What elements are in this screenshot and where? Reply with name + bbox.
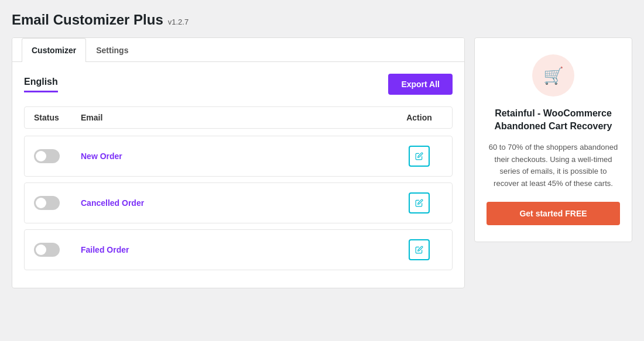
toggle-cancelled-order[interactable] [34, 196, 60, 210]
header-email: Email [81, 113, 396, 122]
left-panel: Customizer Settings English Export All S… [12, 37, 465, 288]
page-title: Email Customizer Plus v1.2.7 [12, 12, 632, 28]
email-row-new-order: New Order [24, 136, 453, 177]
version-badge: v1.2.7 [168, 18, 189, 26]
row-action-cancelled-order [396, 192, 443, 213]
row-action-failed-order [396, 239, 443, 260]
right-sidebar: 🛒 Retainful - WooCommerce Abandoned Cart… [474, 37, 632, 242]
customizer-content: English Export All Status Email Action N… [12, 62, 464, 288]
main-layout: Customizer Settings English Export All S… [12, 37, 632, 288]
page-header: Email Customizer Plus v1.2.7 [12, 12, 632, 28]
tab-settings[interactable]: Settings [86, 38, 138, 62]
edit-button-new-order[interactable] [409, 146, 430, 167]
toggle-failed-order[interactable] [34, 243, 60, 257]
table-header: Status Email Action [24, 106, 453, 129]
get-started-button[interactable]: Get started FREE [487, 202, 620, 225]
email-name-failed-order: Failed Order [81, 245, 396, 254]
email-row-failed-order: Failed Order [24, 229, 453, 270]
row-status-failed-order [34, 243, 81, 257]
pencil-icon [415, 152, 423, 160]
tabs-bar: Customizer Settings [12, 38, 464, 62]
row-action-new-order [396, 146, 443, 167]
edit-button-failed-order[interactable] [409, 239, 430, 260]
cart-icon: 🛒 [543, 66, 564, 85]
toggle-slider-failed-order [34, 243, 60, 257]
header-status: Status [34, 113, 81, 122]
email-name-new-order: New Order [81, 151, 396, 161]
export-all-button[interactable]: Export All [388, 74, 453, 95]
toggle-new-order[interactable] [34, 149, 60, 163]
tab-customizer[interactable]: Customizer [22, 38, 86, 62]
pencil-icon [415, 199, 423, 207]
toggle-slider-new-order [34, 149, 60, 163]
row-status-cancelled-order [34, 196, 81, 210]
row-status-new-order [34, 149, 81, 163]
toggle-slider-cancelled-order [34, 196, 60, 210]
email-row-cancelled-order: Cancelled Order [24, 182, 453, 223]
content-header: English Export All [24, 74, 453, 95]
edit-button-cancelled-order[interactable] [409, 192, 430, 213]
header-action: Action [396, 113, 443, 122]
sidebar-title: Retainful - WooCommerce Abandoned Cart R… [487, 107, 620, 133]
sidebar-icon-circle: 🛒 [532, 54, 574, 97]
pencil-icon [415, 246, 423, 254]
language-tab-label[interactable]: English [24, 77, 58, 92]
email-name-cancelled-order: Cancelled Order [81, 198, 396, 208]
sidebar-description: 60 to 70% of the shoppers abandoned thei… [487, 142, 620, 190]
